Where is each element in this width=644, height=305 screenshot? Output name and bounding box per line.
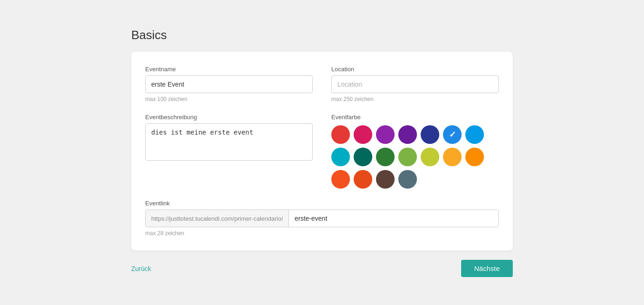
location-label: Location [331, 66, 499, 73]
color-dot-c18[interactable] [398, 170, 417, 189]
color-dot-c6[interactable] [443, 125, 462, 144]
eventfarbe-group: Eventfarbe [331, 114, 499, 189]
eventfarbe-label: Eventfarbe [331, 114, 499, 121]
basics-card: Eventname max 100 zeichen Location max 2… [131, 52, 513, 251]
color-dot-c8[interactable] [331, 148, 350, 166]
color-dot-c5[interactable] [421, 125, 439, 144]
color-dot-c4[interactable] [398, 125, 417, 144]
color-dot-c2[interactable] [354, 125, 372, 144]
eventname-label: Eventname [145, 66, 313, 73]
location-hint: max 250 zeichen [331, 96, 499, 102]
color-dot-c9[interactable] [354, 148, 372, 166]
color-grid [331, 125, 499, 189]
eventbeschreibung-label: Eventbeschreibung [145, 114, 313, 121]
color-dot-c12[interactable] [421, 148, 439, 166]
eventlink-wrapper: https://justtotest.tucalendi.com/primer-… [145, 210, 499, 227]
eventbeschreibung-input[interactable]: dies ist meine erste event [145, 123, 313, 161]
eventname-input[interactable] [145, 75, 313, 93]
color-dot-c17[interactable] [376, 170, 395, 189]
back-button[interactable]: Zurück [131, 265, 151, 272]
color-dot-c16[interactable] [354, 170, 372, 189]
location-group: Location max 250 zeichen [331, 66, 499, 102]
color-dot-c7[interactable] [465, 125, 484, 144]
eventbeschreibung-group: Eventbeschreibung dies ist meine erste e… [145, 114, 313, 189]
eventlink-prefix: https://justtotest.tucalendi.com/primer-… [146, 210, 289, 227]
eventlink-group: Eventlink https://justtotest.tucalendi.c… [145, 200, 499, 237]
color-dot-c15[interactable] [331, 170, 350, 189]
footer: Zurück Nächste [131, 260, 513, 277]
location-input[interactable] [331, 75, 499, 93]
color-dot-c11[interactable] [398, 148, 417, 166]
page-title: Basics [131, 28, 513, 42]
color-dot-c10[interactable] [376, 148, 395, 166]
color-dot-c14[interactable] [465, 148, 484, 166]
eventlink-input[interactable] [289, 210, 498, 227]
eventlink-hint: max 28 zeichen [145, 230, 499, 237]
eventlink-label: Eventlink [145, 200, 499, 207]
next-button[interactable]: Nächste [461, 260, 513, 277]
color-dot-c13[interactable] [443, 148, 462, 166]
color-dot-c1[interactable] [331, 125, 350, 144]
eventname-hint: max 100 zeichen [145, 96, 313, 102]
color-dot-c3[interactable] [376, 125, 395, 144]
form-grid: Eventname max 100 zeichen Location max 2… [145, 66, 499, 237]
eventname-group: Eventname max 100 zeichen [145, 66, 313, 102]
